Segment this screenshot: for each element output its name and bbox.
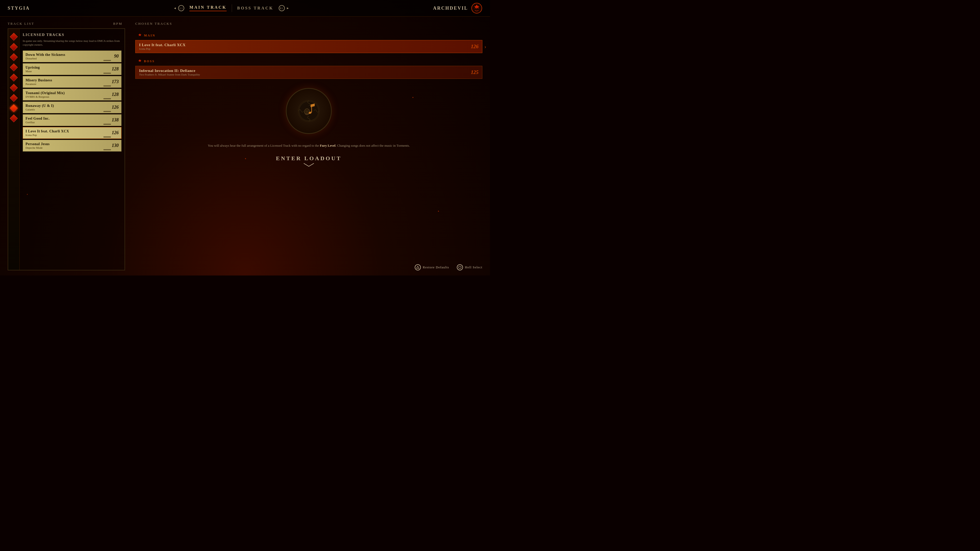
svg-point-5	[307, 110, 309, 112]
r1-label: R1	[280, 7, 283, 10]
track-bpm: 126	[108, 130, 119, 135]
track-bpm: 173	[108, 79, 119, 84]
boss-chosen-section: BOSS Infernal Invocation II: Defiance Tw…	[135, 57, 482, 79]
track-info: Personal JesusDepeche Mode	[25, 142, 50, 149]
track-items-container: Down With the SicknessDisturbed90Uprisin…	[23, 51, 121, 152]
track-item[interactable]: Feel Good Inc.Gorillaz138	[23, 114, 121, 126]
diamond-9	[10, 114, 18, 122]
boss-chosen-track-row[interactable]: Infernal Invocation II: Defiance Two Fea…	[135, 66, 482, 79]
diamond-3	[10, 53, 18, 61]
track-info: Feel Good Inc.Gorillaz	[25, 117, 50, 124]
track-info: I Love It feat. Charli XCXIcona Pop	[25, 129, 69, 137]
track-navigation: ◄ L1 MAIN TRACK BOSS TRACK R1 ►	[173, 4, 290, 12]
left-arrow-icon: ◄	[173, 6, 177, 10]
track-artist: Icona Pop	[25, 133, 69, 137]
track-list-panel: TRACK LIST BPM LICENSED TRACKS In-game u…	[8, 22, 125, 270]
region-label: STYGIA	[8, 6, 30, 11]
track-scroll-indicator	[103, 137, 111, 138]
track-item[interactable]: Runaway (U & I)Galantis126	[23, 102, 121, 113]
archdevil-section: ARCHDEVIL	[433, 3, 482, 14]
enter-loadout-button[interactable]: ENTER LOADOUT	[276, 155, 342, 162]
l1-label: L1	[180, 7, 183, 10]
svg-rect-6	[306, 113, 308, 114]
boss-chosen-track-bpm: 125	[471, 69, 479, 75]
licensed-tracks-title: LICENSED TRACKS	[23, 33, 121, 37]
boss-type-label: BOSS	[144, 59, 155, 63]
track-artist: Depeche Mode	[25, 146, 50, 149]
track-bpm: 126	[108, 105, 119, 110]
r1-button[interactable]: R1	[279, 5, 285, 11]
main-chosen-track-row[interactable]: I Love It feat. Charli XCX Icona Pop 126…	[135, 40, 482, 53]
boss-track-tab[interactable]: BOSS TRACK	[237, 6, 273, 11]
track-list-label: TRACK LIST	[8, 22, 35, 26]
music-emblem	[135, 83, 482, 139]
track-scroll-indicator	[103, 98, 111, 99]
track-artist: Paramore	[25, 83, 52, 86]
main-chosen-track-bpm: 126	[471, 44, 479, 49]
description-box: You will always hear the full arrangemen…	[135, 143, 482, 148]
track-info: UprisingMuse	[25, 65, 40, 73]
enter-loadout-container[interactable]: ENTER LOADOUT	[135, 155, 482, 168]
track-artist: Galantis	[25, 108, 54, 111]
track-item[interactable]: UprisingMuse128	[23, 63, 121, 75]
track-name: Feel Good Inc.	[25, 117, 50, 121]
emblem-circle	[286, 88, 332, 134]
svg-point-4	[305, 110, 307, 112]
diamond-6	[10, 84, 18, 92]
track-artist: DVBBS & Borgeous	[25, 95, 65, 98]
track-info: Misery BusinessParamore	[25, 78, 52, 86]
main-content: TRACK LIST BPM LICENSED TRACKS In-game u…	[0, 17, 490, 275]
enter-loadout-arrow-icon	[304, 163, 314, 168]
main-type-row: MAIN	[135, 32, 482, 40]
archdevil-label: ARCHDEVIL	[433, 6, 468, 11]
track-name: Down With the Sickness	[25, 53, 65, 57]
right-arrow-icon: ►	[286, 6, 290, 10]
track-info: Down With the SicknessDisturbed	[25, 53, 65, 60]
description-text-2: . Changing songs does not affect the mus…	[335, 144, 410, 148]
track-list-box: LICENSED TRACKS In-game use only. Stream…	[8, 28, 125, 270]
track-item[interactable]: I Love It feat. Charli XCXIcona Pop126	[23, 127, 121, 139]
next-track-button[interactable]: R1 ►	[279, 5, 290, 11]
track-item[interactable]: Tsunami (Original Mix)DVBBS & Borgeous12…	[23, 89, 121, 100]
boss-chosen-track-info: Infernal Invocation II: Defiance Two Fea…	[139, 68, 200, 76]
track-artist: Gorillaz	[25, 121, 50, 124]
l1-button[interactable]: L1	[178, 5, 184, 11]
main-track-tab[interactable]: MAIN TRACK	[189, 5, 227, 11]
description-highlight: Fury Level	[320, 144, 335, 148]
track-scroll-indicator	[103, 86, 111, 86]
diamond-7	[10, 94, 18, 102]
diamond-1	[10, 33, 18, 41]
track-bpm: 128	[108, 92, 119, 97]
track-bpm: 138	[108, 118, 119, 123]
music-note-icon	[298, 100, 320, 122]
main-type-icon	[138, 33, 142, 38]
track-item[interactable]: Down With the SicknessDisturbed90	[23, 51, 121, 62]
track-name: Misery Business	[25, 78, 52, 83]
boss-chosen-track-name: Infernal Invocation II: Defiance	[139, 68, 200, 73]
track-artist: Muse	[25, 70, 40, 73]
prev-track-button[interactable]: ◄ L1	[173, 5, 184, 11]
track-scroll-indicator	[103, 124, 111, 125]
track-item[interactable]: Personal JesusDepeche Mode130	[23, 140, 121, 151]
diamond-5	[10, 73, 18, 81]
boss-type-icon	[138, 59, 142, 64]
track-bpm: 130	[108, 143, 119, 148]
track-scroll-indicator	[103, 149, 111, 150]
archdevil-icon	[471, 3, 482, 14]
track-name: Personal Jesus	[25, 142, 50, 146]
track-item[interactable]: Misery BusinessParamore173	[23, 76, 121, 88]
track-bpm: 90	[108, 54, 119, 59]
main-chosen-arrow-icon: ›	[484, 44, 486, 49]
track-scroll-indicator	[103, 73, 111, 74]
track-name: Runaway (U & I)	[25, 104, 54, 108]
track-artist: Disturbed	[25, 57, 65, 60]
header-separator	[232, 4, 232, 12]
right-panel: CHOSEN TRACKS MAIN I Love It feat. Charl…	[125, 22, 482, 270]
description-text-1: You will always hear the full arrangemen…	[208, 144, 320, 148]
main-chosen-track-artist: Icona Pop	[139, 47, 186, 50]
diamond-2	[10, 43, 18, 51]
chosen-tracks-label: CHOSEN TRACKS	[135, 22, 482, 26]
track-name: Uprising	[25, 65, 40, 70]
track-list-content: LICENSED TRACKS In-game use only. Stream…	[20, 29, 124, 270]
track-name: I Love It feat. Charli XCX	[25, 129, 69, 133]
